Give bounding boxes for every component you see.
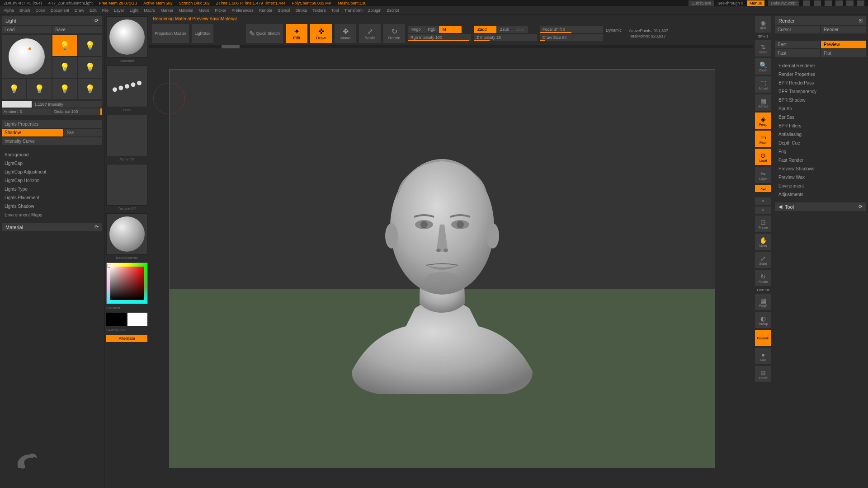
m-toggle[interactable]: M: [439, 26, 462, 33]
rot-helper-2[interactable]: ⊖: [755, 206, 771, 214]
default-zscript[interactable]: DefaultZScript: [768, 0, 799, 6]
alpha-thumb[interactable]: [106, 115, 148, 156]
bpr-sss-section[interactable]: Bpr Sss: [775, 113, 866, 122]
z-intensity-slider[interactable]: Z Intensity 25: [474, 34, 537, 41]
light-panel-header[interactable]: Light ⟳: [2, 16, 102, 25]
bpr-ao-section[interactable]: Bpr Ao: [775, 104, 866, 113]
shadow-toggle[interactable]: Shadow: [2, 129, 63, 136]
ambient-slider[interactable]: Ambient 3: [2, 108, 52, 115]
menu-transform[interactable]: Transform: [344, 8, 363, 13]
edit-button[interactable]: ✦Edit: [286, 24, 307, 43]
maximize-icon[interactable]: [846, 0, 854, 6]
tool-panel-header[interactable]: ◀ Tool ⟳: [775, 202, 866, 211]
actual-button[interactable]: ⬚Actual: [755, 76, 771, 93]
seethrough-slider[interactable]: See-through 0: [717, 1, 743, 5]
swatch-white[interactable]: [127, 313, 148, 326]
scale-button[interactable]: ⤢Scale: [359, 24, 381, 43]
environment-section[interactable]: Environment: [775, 182, 866, 190]
lightcap-horizon-section[interactable]: LightCap Horizon: [2, 176, 102, 185]
close-panel-icon[interactable]: ⊡: [859, 18, 863, 23]
menu-movie[interactable]: Movie: [198, 8, 209, 13]
spix-slider[interactable]: SPix 3: [758, 34, 768, 38]
bpr-filters-section[interactable]: BPR Filters: [775, 122, 866, 130]
projection-master-button[interactable]: Projection Master: [152, 24, 189, 43]
render-button[interactable]: Render: [821, 26, 866, 33]
fast-button[interactable]: Fast: [775, 49, 820, 57]
fog-section[interactable]: Fog: [775, 147, 866, 156]
bpr-renderpass-section[interactable]: BPR RenderPass: [775, 79, 866, 87]
menu-marker[interactable]: Marker: [160, 8, 173, 13]
horizontal-scrollbar[interactable]: [149, 45, 753, 48]
frame-button[interactable]: ⊡Frame: [755, 216, 771, 232]
solo-button[interactable]: ●Solo: [755, 348, 771, 364]
scroll-button[interactable]: ⇅Scroll: [755, 40, 771, 56]
texture-thumb[interactable]: [106, 164, 148, 206]
win-icon-1[interactable]: [803, 0, 810, 6]
win-icon-2[interactable]: [814, 0, 821, 6]
draw-button[interactable]: ✜Draw: [310, 24, 332, 43]
menu-picker[interactable]: Picker: [215, 8, 226, 13]
quicksketch-button[interactable]: ✎Quick Sketch: [246, 24, 283, 43]
menu-edit[interactable]: Edit: [90, 8, 97, 13]
lights-type-section[interactable]: Lights Type: [2, 185, 102, 193]
move-nav-button[interactable]: ✋Move: [755, 234, 771, 250]
adjustments-section[interactable]: Adjustments: [775, 190, 866, 199]
persp-button[interactable]: ◈Persp: [755, 113, 771, 129]
material-thumb[interactable]: [106, 213, 148, 255]
light-slot-6[interactable]: 💡: [27, 79, 52, 99]
menu-stroke[interactable]: Stroke: [295, 8, 307, 13]
save-button[interactable]: Save: [52, 26, 102, 33]
menu-draw[interactable]: Draw: [75, 8, 84, 13]
depth-cue-section[interactable]: Depth Cue: [775, 139, 866, 147]
xpose-button[interactable]: ⊞Xpose: [755, 366, 771, 382]
menu-preferences[interactable]: Preferences: [231, 8, 254, 13]
preview-shadows-section[interactable]: Preview Shadows: [775, 164, 866, 173]
intensity-slider[interactable]: 1.1267 Intensity: [33, 101, 102, 108]
external-renderer-section[interactable]: External Renderer: [775, 61, 866, 70]
aahalf-button[interactable]: ▦AAHalf: [755, 94, 771, 111]
menu-macro[interactable]: Macro: [144, 8, 155, 13]
zoom-button[interactable]: 🔍Zoom: [755, 58, 771, 75]
menu-brush[interactable]: Brush: [19, 8, 30, 13]
rgb-toggle[interactable]: Rgb: [425, 26, 439, 33]
menu-stencil[interactable]: Stencil: [278, 8, 290, 13]
lightbox-button[interactable]: LightBox: [192, 24, 213, 43]
render-panel-header[interactable]: Render ⊡: [775, 16, 866, 25]
rotate-nav-button[interactable]: ↻Rotate: [755, 270, 771, 286]
polyf-button[interactable]: ▦PolyF: [755, 294, 771, 310]
preview-button[interactable]: Preview: [821, 41, 866, 48]
light-color-swatch[interactable]: [2, 101, 32, 108]
win-icon-3[interactable]: [825, 0, 832, 6]
light-preview-sphere[interactable]: [2, 35, 52, 78]
alternate-button[interactable]: Alternate: [106, 335, 147, 342]
transp-button[interactable]: ◐Transp: [755, 312, 771, 328]
focal-shift-slider[interactable]: Focal Shift 0: [540, 26, 603, 33]
menu-file[interactable]: File: [102, 8, 109, 13]
light-slot-4[interactable]: 💡: [78, 57, 102, 78]
menus-button[interactable]: Menus: [747, 0, 764, 6]
bpr-button[interactable]: ◉BPR: [755, 16, 771, 33]
refresh-icon[interactable]: ⟳: [94, 224, 99, 230]
flat-button[interactable]: Flat: [821, 49, 866, 57]
rot-helper-1[interactable]: ⊕: [755, 197, 771, 205]
floor-button[interactable]: ▭Floor: [755, 131, 771, 147]
intensity-curve-button[interactable]: Intensity Curve: [2, 137, 102, 145]
menu-texture[interactable]: Texture: [312, 8, 326, 13]
bpr-transparency-section[interactable]: BPR Transparency: [775, 87, 866, 96]
rotate-button[interactable]: ↻Rotate: [383, 24, 405, 43]
draw-size-slider[interactable]: Draw Size 64: [540, 34, 603, 41]
dynamic-label[interactable]: Dynamic: [606, 28, 622, 33]
refresh-icon[interactable]: ⟳: [94, 18, 99, 23]
light-slot-8[interactable]: 💡: [78, 79, 102, 99]
menu-tool[interactable]: Tool: [331, 8, 339, 13]
zsub-toggle[interactable]: Zsub: [496, 26, 513, 33]
light-position-marker[interactable]: [28, 47, 31, 50]
preview-wax-section[interactable]: Preview Wax: [775, 173, 866, 182]
distance-slider[interactable]: Distance 100: [52, 108, 102, 115]
cursor-button[interactable]: Cursor: [775, 26, 820, 33]
mrgb-toggle[interactable]: Mrgb: [408, 26, 425, 33]
lsym-button[interactable]: ⇋LSym: [755, 167, 771, 183]
material-panel-header[interactable]: Material ⟳: [2, 223, 102, 231]
light-slot-1[interactable]: 💡: [52, 35, 77, 56]
close-icon[interactable]: [857, 0, 864, 6]
